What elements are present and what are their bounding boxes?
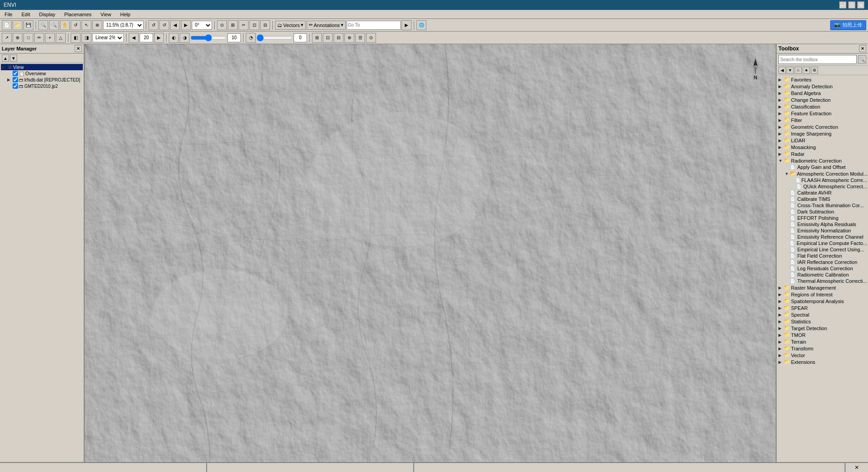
- tb-expand-btn[interactable]: ▼: [787, 67, 794, 74]
- lm-up-btn[interactable]: ▲: [2, 54, 9, 62]
- tool5-button[interactable]: ⊟: [260, 20, 270, 30]
- toolbox-item-radiometric-correction[interactable]: ▼📁Radiometric Correction: [777, 157, 868, 164]
- toolbox-item-calibrate-avhr[interactable]: 📄Calibrate AVHR: [777, 190, 868, 196]
- tb-star-filled-btn[interactable]: ★: [803, 67, 810, 74]
- toolbox-item-empirical-line-correct[interactable]: 📄Empirical Line Correct Using...: [777, 246, 868, 253]
- toolbox-item-spear[interactable]: ▶📁SPEAR: [777, 304, 868, 311]
- layer-view[interactable]: ▶ 🖥 View: [1, 64, 83, 70]
- toolbox-item-spatiotemporal-analysis[interactable]: ▶📁Spatiotemporal Analysis: [777, 298, 868, 304]
- contrast-input[interactable]: [294, 33, 307, 42]
- tool4-button[interactable]: ⊡: [249, 20, 259, 30]
- goto-button[interactable]: ▶: [402, 20, 411, 30]
- toolbox-item-vector[interactable]: ▶📁Vector: [777, 352, 868, 359]
- menu-view[interactable]: View: [98, 11, 114, 18]
- opacity-btn2[interactable]: ◑: [180, 33, 190, 43]
- rotation-select[interactable]: 0° 90° 180° 270°: [192, 21, 212, 30]
- menu-edit[interactable]: Edit: [19, 11, 33, 18]
- gmted-checkbox[interactable]: [13, 83, 18, 89]
- opacity-btn1[interactable]: ◐: [169, 33, 179, 43]
- opacity-slider[interactable]: [190, 35, 226, 41]
- opacity-input[interactable]: [227, 33, 241, 42]
- tool-a[interactable]: ↗: [2, 33, 12, 43]
- open-button[interactable]: 📁: [13, 20, 23, 30]
- select-button[interactable]: ↖: [81, 20, 91, 30]
- toolbox-item-quick-atmospheric[interactable]: 📄QUick Atmospheric Correct...: [777, 183, 868, 190]
- tool-d[interactable]: ✏: [34, 33, 44, 43]
- toolbox-item-classification[interactable]: ▶📁Classification: [777, 103, 868, 110]
- toolbox-item-calibrate-tims[interactable]: 📄Calibrate TIMS: [777, 196, 868, 202]
- tool1-button[interactable]: ⊙: [217, 20, 227, 30]
- toolbox-item-empirical-line-compute[interactable]: 📄Empirical Line Compute Facto...: [777, 240, 868, 246]
- toolbox-item-emissivity-ref[interactable]: 📄Emissivity Reference Channel: [777, 234, 868, 240]
- toolbox-search-input[interactable]: [778, 55, 857, 64]
- toolbox-item-emissivity-alpha[interactable]: 📄Emissivity Alpha Residuals: [777, 221, 868, 227]
- tb-options-btn[interactable]: ⚙: [811, 67, 818, 74]
- toolbox-item-favorites[interactable]: ▶📁Favorites: [777, 76, 868, 83]
- toolbox-item-mosaicking[interactable]: ▶📁Mosaicking: [777, 144, 868, 150]
- new-button[interactable]: 📄: [2, 20, 12, 30]
- back-button[interactable]: ◀: [170, 20, 180, 30]
- toolbox-item-change-detection[interactable]: ▶📁Change Detection: [777, 96, 868, 103]
- toolbox-item-feature-extraction[interactable]: ▶📁Feature Extraction: [777, 110, 868, 117]
- band-input[interactable]: [140, 33, 153, 42]
- toolbox-item-thermal-atmospheric[interactable]: 📄Thermal Atmospheric Correcti...: [777, 278, 868, 284]
- layer-lrfsdb[interactable]: ▶ 🗃 lrfsdb.dat [REPROJECTED]: [1, 77, 83, 83]
- refresh2-button[interactable]: ↺: [159, 20, 169, 30]
- toolbox-item-flaash[interactable]: 📄FLAASH Atmospheric Corre...: [777, 177, 868, 183]
- tool-x5[interactable]: ☰: [355, 33, 365, 43]
- toolbox-item-geometric-correction[interactable]: ▶📁Geometric Correction: [777, 123, 868, 130]
- toolbox-item-band-algebra[interactable]: ▶📁Band Algebra: [777, 90, 868, 96]
- close-button[interactable]: ✕: [857, 1, 864, 9]
- toolbox-close[interactable]: ✕: [859, 45, 866, 52]
- stretch-type-btn[interactable]: ◧: [71, 33, 81, 43]
- toolbox-item-log-residuals[interactable]: 📄Log Residuals Correction: [777, 265, 868, 272]
- toolbox-item-iar-reflectance[interactable]: 📄IAR Reflectance Correction: [777, 259, 868, 265]
- overview-button[interactable]: 🌐: [416, 20, 426, 30]
- map-viewport[interactable]: N: [85, 44, 776, 462]
- lrfsdb-checkbox[interactable]: [13, 77, 18, 82]
- tool-x6[interactable]: ⊙: [366, 33, 376, 43]
- tb-collapse-btn[interactable]: ◀: [778, 67, 786, 74]
- toolbox-item-terrain[interactable]: ▶📁Terrain: [777, 338, 868, 345]
- toolbox-item-radar[interactable]: ▶📁Radar: [777, 150, 868, 157]
- annotations-dropdown[interactable]: ✏ Annotations ▾: [307, 21, 346, 30]
- zoom-out-button[interactable]: 🔍: [49, 20, 59, 30]
- vectors-dropdown[interactable]: 🗂 Vectors ▾: [275, 21, 306, 30]
- toolbox-item-image-sharpening[interactable]: ▶📁Image Sharpening: [777, 130, 868, 137]
- status-close-icon[interactable]: ✕: [854, 464, 859, 471]
- toolbox-item-statistics[interactable]: ▶📁Statistics: [777, 318, 868, 325]
- toolbox-item-apply-gain[interactable]: 📄Apply Gain and Offset: [777, 164, 868, 170]
- lm-down-btn[interactable]: ▼: [10, 54, 17, 62]
- upload-button[interactable]: 📷 拍照上传: [830, 20, 866, 30]
- menu-display[interactable]: Display: [36, 11, 58, 18]
- toolbox-item-tmor[interactable]: ▶📁TMOR: [777, 331, 868, 338]
- toolbox-item-lidar[interactable]: ▶📁LiDAR: [777, 137, 868, 144]
- toolbox-item-extensions[interactable]: ▶📁Extensions: [777, 359, 868, 365]
- tool-x4[interactable]: ⊕: [344, 33, 354, 43]
- toolbox-item-radiometric-calibration[interactable]: 📄Radiometric Calibration: [777, 272, 868, 278]
- maximize-button[interactable]: □: [848, 1, 855, 9]
- tool-x1[interactable]: ⊞: [312, 33, 322, 43]
- toolbox-item-emissivity-norm[interactable]: 📄Emissivity Normalization: [777, 227, 868, 234]
- nav-button[interactable]: ⊕: [92, 20, 102, 30]
- next-band-btn[interactable]: ▶: [154, 33, 164, 43]
- prev-band-btn[interactable]: ◀: [129, 33, 139, 43]
- tool-e[interactable]: ⌖: [45, 33, 55, 43]
- save-button[interactable]: 💾: [23, 20, 33, 30]
- toolbox-item-effort-polishing[interactable]: 📄EFFORT Polishing: [777, 215, 868, 221]
- refresh-button[interactable]: ↺: [149, 20, 158, 30]
- goto-input[interactable]: [347, 21, 401, 30]
- minimize-button[interactable]: —: [839, 1, 846, 9]
- layer-gmted[interactable]: 🗃 GMTED2010.jp2: [1, 83, 83, 89]
- menu-placenames[interactable]: Placenames: [62, 11, 95, 18]
- toolbox-item-target-detection[interactable]: ▶📁Target Detection: [777, 325, 868, 331]
- overview-checkbox[interactable]: [13, 71, 18, 76]
- toolbox-item-atmospheric-correction-module[interactable]: ▼📂Atmospheric Correction Modul...: [777, 170, 868, 177]
- stretch-btn2[interactable]: ◨: [81, 33, 91, 43]
- forward-button[interactable]: ▶: [181, 20, 191, 30]
- toolbox-item-transform[interactable]: ▶📁Transform: [777, 345, 868, 352]
- layer-overview[interactable]: 📋 Overview: [1, 70, 83, 77]
- toolbox-item-regions-of-interest[interactable]: ▶📁Regions of Interest: [777, 291, 868, 298]
- status-segment-close[interactable]: ✕: [845, 463, 868, 472]
- toolbox-item-dark-subtraction[interactable]: 📄Dark Subtraction: [777, 209, 868, 215]
